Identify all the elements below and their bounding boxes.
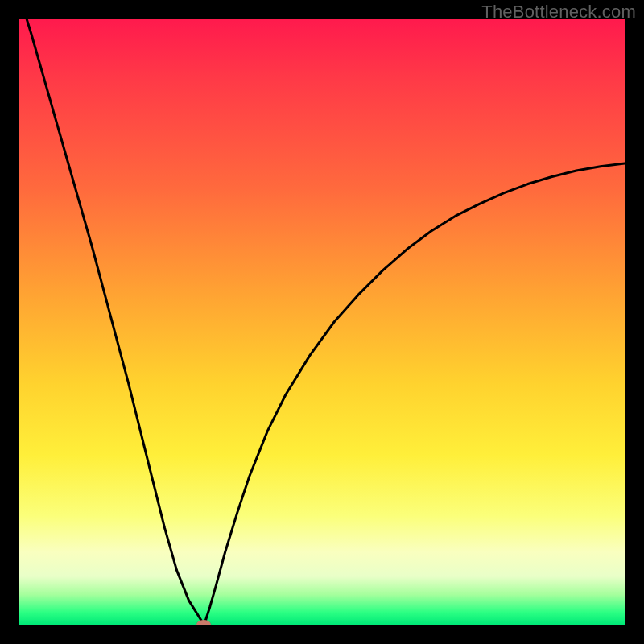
chart-container: TheBottleneck.com (0, 0, 644, 644)
bottleneck-curve (19, 19, 625, 625)
optimal-point-marker (196, 620, 211, 625)
plot-area (19, 19, 625, 625)
